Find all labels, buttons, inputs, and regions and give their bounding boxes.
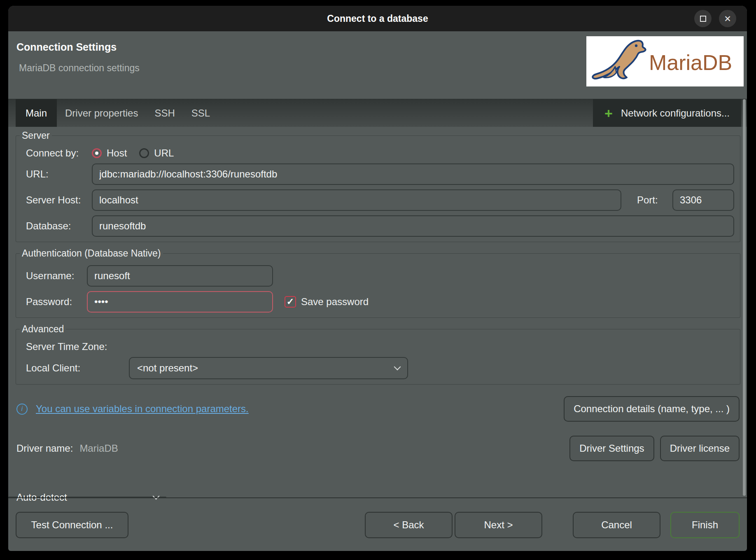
page-subtitle: MariaDB connection settings	[19, 63, 140, 74]
chevron-down-icon	[394, 364, 401, 371]
url-radio[interactable]	[139, 148, 149, 158]
footer-separator	[8, 497, 747, 498]
dialog-content: Server Connect by: Host URL URL: Server …	[8, 127, 747, 461]
authentication-group: Authentication (Database Native) Usernam…	[16, 248, 740, 318]
test-connection-button[interactable]: Test Connection ...	[16, 512, 128, 538]
password-input[interactable]	[87, 291, 273, 313]
variables-row: i You can use variables in connection pa…	[16, 396, 740, 422]
database-label: Database:	[22, 220, 92, 232]
tab-ssl[interactable]: SSL	[183, 99, 218, 127]
local-client-row: Local Client: <not present>	[22, 357, 734, 379]
save-password-checkbox[interactable]: ✓	[285, 296, 296, 308]
info-icon: i	[16, 404, 28, 415]
tab-main[interactable]: Main	[16, 99, 57, 127]
url-input[interactable]	[92, 163, 734, 185]
svg-text:MariaDB: MariaDB	[649, 51, 732, 75]
network-configurations-button[interactable]: + Network configurations...	[593, 99, 741, 127]
url-radio-label[interactable]: URL	[154, 147, 174, 159]
plus-icon: +	[604, 106, 613, 120]
title-bar[interactable]: Connect to a database ✕	[8, 6, 747, 31]
footer-button-bar: Test Connection ... < Back Next > Cancel…	[8, 499, 747, 551]
tab-ssh[interactable]: SSH	[146, 99, 183, 127]
username-label: Username:	[22, 270, 87, 282]
database-input[interactable]	[92, 215, 734, 237]
next-button[interactable]: Next >	[455, 512, 542, 538]
advanced-group-legend: Advanced	[20, 324, 66, 335]
driver-settings-button[interactable]: Driver Settings	[569, 436, 654, 461]
cancel-button[interactable]: Cancel	[573, 512, 660, 538]
authentication-group-legend: Authentication (Database Native)	[20, 248, 163, 259]
driver-name-value: MariaDB	[79, 443, 118, 454]
variables-link[interactable]: You can use variables in connection para…	[36, 403, 249, 415]
local-client-label: Local Client:	[22, 362, 129, 374]
local-client-select[interactable]: <not present>	[129, 357, 408, 379]
port-label: Port:	[633, 194, 672, 206]
dialog-header: Connection Settings MariaDB connection s…	[8, 31, 747, 99]
host-radio[interactable]	[92, 148, 102, 158]
finish-button[interactable]: Finish	[670, 512, 740, 538]
server-host-label: Server Host:	[22, 194, 92, 206]
server-group: Server Connect by: Host URL URL: Server …	[16, 130, 740, 242]
advanced-group: Advanced Server Time Zone: Auto-detect L…	[16, 324, 740, 385]
maximize-icon	[700, 16, 706, 22]
tab-driver-properties[interactable]: Driver properties	[57, 99, 146, 127]
database-row: Database:	[22, 215, 734, 237]
save-password-label[interactable]: Save password	[301, 296, 369, 308]
host-radio-label[interactable]: Host	[107, 147, 127, 159]
page-title: Connection Settings	[16, 41, 117, 53]
connection-details-button[interactable]: Connection details (name, type, ... )	[564, 396, 740, 422]
username-row: Username:	[22, 265, 734, 287]
driver-license-button[interactable]: Driver license	[660, 436, 740, 461]
url-label: URL:	[22, 168, 92, 180]
close-icon: ✕	[724, 14, 731, 23]
close-button[interactable]: ✕	[719, 10, 736, 27]
driver-row: Driver name: MariaDB Driver Settings Dri…	[16, 436, 740, 461]
back-button[interactable]: < Back	[365, 512, 453, 538]
window-title: Connect to a database	[327, 13, 428, 24]
timezone-label: Server Time Zone:	[22, 341, 129, 352]
password-row: Password: ✓ Save password	[22, 291, 734, 313]
chevron-down-icon	[153, 493, 160, 500]
timezone-row: Server Time Zone: Auto-detect	[22, 341, 734, 352]
password-label: Password:	[22, 296, 87, 308]
server-host-input[interactable]	[92, 189, 621, 211]
mariadb-seal-icon: MariaDB	[586, 36, 744, 86]
maximize-button[interactable]	[694, 10, 712, 27]
tab-bar: Main Driver properties SSH SSL + Network…	[8, 99, 747, 127]
driver-name-label: Driver name:	[16, 443, 73, 454]
server-host-row: Server Host: Port:	[22, 189, 734, 211]
connect-dialog-window: Connect to a database ✕ Connection Setti…	[8, 6, 747, 551]
window-controls: ✕	[694, 10, 736, 27]
port-input[interactable]	[672, 189, 734, 211]
connect-by-row: Connect by: Host URL	[22, 147, 734, 159]
check-icon: ✓	[287, 297, 294, 306]
server-group-legend: Server	[20, 130, 52, 141]
connect-by-label: Connect by:	[22, 147, 92, 159]
username-input[interactable]	[87, 265, 273, 287]
mariadb-logo: MariaDB	[586, 36, 744, 86]
url-row: URL:	[22, 163, 734, 185]
vertical-scrollbar[interactable]	[743, 99, 746, 496]
